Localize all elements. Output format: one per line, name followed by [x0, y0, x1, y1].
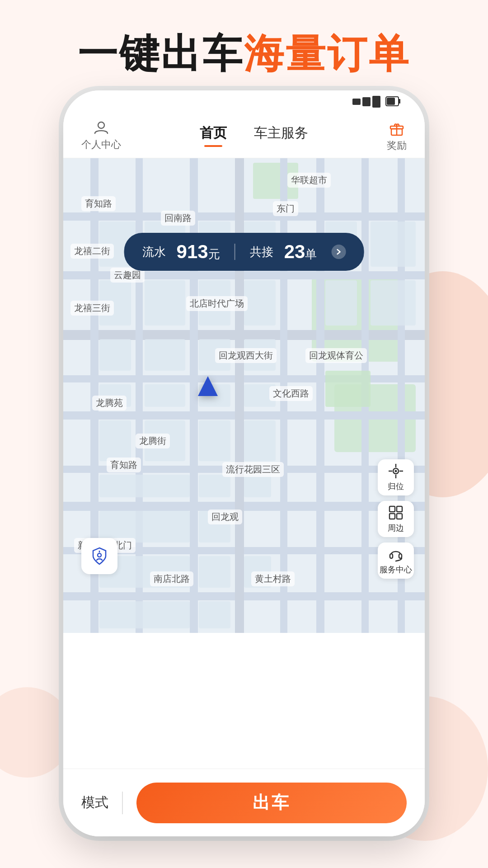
svg-rect-41	[145, 384, 185, 407]
locate-label: 归位	[388, 481, 404, 492]
service-center-label: 服务中心	[380, 564, 412, 575]
map-label-nandian: 南店北路	[150, 571, 193, 586]
bg-decoration-left	[0, 687, 72, 778]
map-label-yuzhilu2: 育知路	[107, 458, 141, 472]
svg-rect-48	[244, 475, 271, 497]
svg-rect-60	[325, 371, 371, 407]
order-label: 共接	[250, 244, 273, 260]
hero-suffix: 海量订单	[244, 31, 410, 76]
svg-rect-25	[190, 158, 198, 633]
bottom-bar: 模式 出车	[63, 769, 425, 836]
gift-icon	[388, 119, 406, 137]
person-icon	[93, 120, 109, 136]
svg-rect-2	[372, 96, 380, 108]
svg-rect-76	[390, 554, 393, 558]
svg-rect-26	[235, 158, 244, 633]
map-label-longxi2: 龙禧二街	[70, 244, 114, 259]
map-label-liuxing: 流行花园三区	[222, 462, 284, 477]
flow-value: 913元	[177, 241, 220, 263]
tab-home-underline	[204, 145, 222, 147]
reward-label: 奖励	[387, 139, 407, 152]
svg-rect-58	[325, 280, 357, 326]
svg-point-6	[98, 122, 104, 128]
svg-rect-37	[99, 339, 131, 371]
phone-shell: 个人中心 首页 车主服务 奖励	[63, 90, 425, 836]
svg-rect-0	[352, 99, 361, 105]
personal-center-label: 个人中心	[81, 138, 121, 151]
nav-bar: 个人中心 首页 车主服务 奖励	[63, 113, 425, 158]
svg-rect-46	[99, 475, 190, 497]
personal-center-nav[interactable]: 个人中心	[81, 120, 121, 151]
svg-rect-73	[397, 506, 402, 512]
map-sidebar: 归位 周边	[378, 459, 414, 579]
map-label-longteng: 龙腾苑	[92, 396, 127, 410]
map-label-longxi3: 龙禧三街	[70, 301, 114, 316]
svg-rect-52	[244, 280, 276, 326]
map-label-huinan: 回南路	[161, 211, 195, 226]
status-bar	[63, 90, 425, 113]
map-area: 育知路 龙禧二街 云趣园 龙禧三街 北店时代广场 回南路 东门 龙腾苑 龙腾街 …	[63, 158, 425, 633]
svg-rect-4	[387, 98, 395, 105]
svg-rect-55	[244, 420, 276, 461]
svg-rect-74	[389, 514, 395, 519]
map-label-wenhua: 文化西路	[269, 386, 313, 401]
tab-home[interactable]: 首页	[200, 124, 227, 147]
svg-rect-57	[371, 222, 416, 267]
svg-rect-45	[199, 420, 230, 461]
svg-rect-75	[397, 514, 402, 519]
mode-divider	[122, 792, 123, 814]
svg-rect-5	[399, 99, 400, 104]
location-marker	[198, 376, 218, 396]
phone-mockup: 个人中心 首页 车主服务 奖励	[63, 90, 425, 836]
svg-rect-59	[371, 280, 416, 326]
mode-label[interactable]: 模式	[81, 793, 108, 812]
map-label-huilongxi: 回龙观西大街	[215, 348, 277, 363]
service-center-button[interactable]: 服务中心	[378, 542, 414, 579]
grid-icon	[388, 505, 404, 521]
svg-point-67	[395, 470, 397, 472]
svg-rect-77	[399, 554, 402, 558]
hero-prefix: 一键出车	[78, 31, 244, 76]
stats-arrow[interactable]	[331, 245, 346, 259]
map-label-huangtu: 黄土村路	[251, 571, 295, 586]
locate-button[interactable]: 归位	[378, 459, 414, 495]
svg-point-78	[98, 553, 101, 557]
stats-bar[interactable]: 流水 913元 共接 23单	[124, 233, 364, 271]
order-value: 23单	[284, 241, 317, 263]
svg-rect-1	[362, 97, 371, 106]
svg-rect-64	[99, 601, 190, 628]
map-label-hualian: 华联超市	[287, 173, 331, 188]
svg-rect-62	[199, 556, 230, 588]
svg-rect-38	[145, 339, 185, 371]
nearby-button[interactable]: 周边	[378, 501, 414, 537]
shield-button[interactable]	[81, 538, 117, 574]
stats-divider	[235, 244, 235, 260]
headset-icon	[388, 546, 404, 562]
reward-nav[interactable]: 奖励	[387, 119, 407, 152]
hero-headline: 一键出车海量订单	[0, 27, 488, 81]
nav-tabs: 首页 车主服务	[200, 124, 308, 147]
locate-icon	[388, 463, 404, 479]
map-label-yuzhilu: 育知路	[81, 196, 116, 211]
map-label-longtengjie: 龙腾街	[136, 434, 170, 448]
svg-rect-28	[316, 158, 324, 633]
tab-owner-label: 车主服务	[254, 124, 308, 142]
shield-icon	[89, 546, 109, 566]
tab-home-label: 首页	[200, 124, 227, 142]
svg-rect-65	[199, 601, 230, 628]
map-label-tiyugong: 回龙观体育公	[305, 348, 367, 363]
arrow-right-icon	[335, 248, 342, 255]
flow-label: 流水	[142, 244, 166, 260]
svg-rect-43	[99, 420, 131, 461]
map-label-beidian: 北店时代广场	[186, 296, 248, 311]
depart-label: 出车	[253, 791, 291, 814]
tab-owner-service[interactable]: 车主服务	[254, 124, 308, 147]
depart-button[interactable]: 出车	[136, 783, 407, 823]
map-label-dongmen: 东门	[273, 201, 298, 216]
svg-rect-35	[145, 280, 185, 326]
svg-rect-47	[199, 475, 230, 497]
svg-rect-72	[389, 506, 395, 512]
map-label-huilongguan: 回龙观	[208, 509, 242, 524]
nearby-label: 周边	[388, 523, 404, 533]
